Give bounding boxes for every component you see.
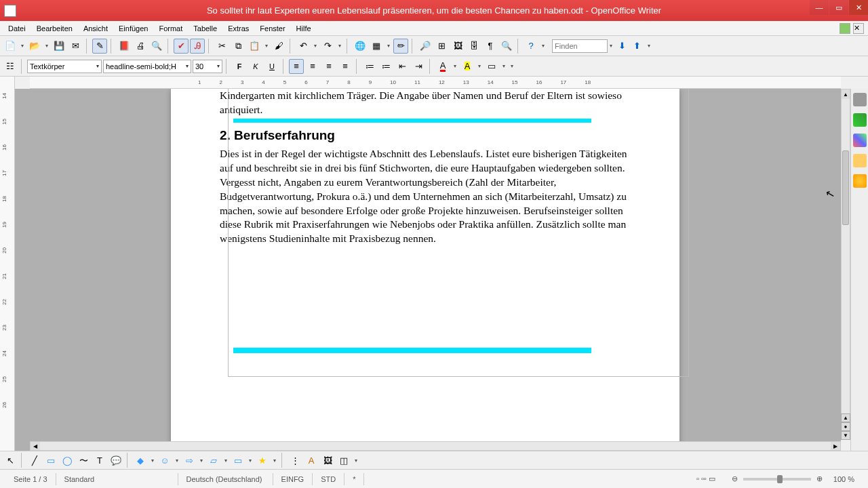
font-name-combo[interactable]: headline-semi-bold;H▾	[103, 60, 191, 73]
basic-shapes-dropdown[interactable]: ▾	[149, 453, 156, 468]
find-overflow[interactable]: ▾	[646, 39, 652, 54]
find-input[interactable]	[552, 39, 608, 53]
arrow-shapes-dropdown[interactable]: ▾	[198, 453, 205, 468]
callout-shapes-dropdown[interactable]: ▾	[247, 453, 254, 468]
select-tool[interactable]: ↖	[3, 453, 18, 468]
new-button[interactable]: 📄	[3, 39, 18, 54]
flowchart-dropdown[interactable]: ▾	[222, 453, 229, 468]
menu-datei[interactable]: Datei	[3, 23, 31, 34]
bg-color-button[interactable]: ▭	[484, 59, 499, 74]
open-button[interactable]: 📂	[27, 39, 42, 54]
paragraph-text[interactable]: Kindergarten mit kirchlichem Träger. Die…	[220, 89, 631, 117]
fontwork-tool[interactable]: A	[304, 453, 319, 468]
menu-hilfe[interactable]: Hilfe	[291, 23, 317, 34]
menu-tabelle[interactable]: Tabelle	[188, 23, 222, 34]
close-doc-icon[interactable]: ✕	[853, 23, 864, 34]
vertical-scrollbar[interactable]: ▲ ▼	[841, 89, 850, 440]
hyperlink-button[interactable]: 🌐	[353, 39, 368, 54]
status-language[interactable]: Deutsch (Deutschland)	[178, 473, 273, 485]
paragraph-style-combo[interactable]: Textkörper▾	[27, 60, 102, 73]
nav-target-button[interactable]: ●	[841, 422, 850, 431]
italic-button[interactable]: K	[248, 59, 263, 74]
export-pdf-button[interactable]: 📕	[117, 39, 132, 54]
navigator-button[interactable]: ⊞	[434, 39, 449, 54]
toolbar-overflow[interactable]: ▾	[540, 39, 547, 54]
zoom-button[interactable]: 🔍	[499, 39, 514, 54]
rectangle-tool[interactable]: ▭	[43, 453, 58, 468]
scroll-thumb[interactable]	[842, 150, 849, 225]
format-overflow[interactable]: ▾	[509, 59, 515, 74]
scroll-up-button[interactable]: ▲	[842, 89, 850, 99]
maximize-button[interactable]: ▭	[829, 0, 848, 15]
status-style[interactable]: Standard	[56, 473, 178, 485]
align-justify-button[interactable]: ≡	[338, 59, 353, 74]
callout-shapes-tool[interactable]: ▭	[231, 453, 245, 468]
star-shapes-dropdown[interactable]: ▾	[271, 453, 278, 468]
highlight-button[interactable]: A	[460, 59, 475, 74]
menu-bearbeiten[interactable]: Bearbeiten	[31, 23, 78, 34]
highlight-dropdown[interactable]: ▾	[476, 59, 483, 74]
table-dropdown[interactable]: ▾	[385, 39, 392, 54]
menu-ansicht[interactable]: Ansicht	[78, 23, 113, 34]
find-prev-button[interactable]: ⬆	[629, 39, 644, 54]
symbol-shapes-tool[interactable]: ☺	[157, 453, 172, 468]
print-button[interactable]: 🖨	[133, 39, 148, 54]
help-button[interactable]: ?	[524, 39, 538, 54]
align-right-button[interactable]: ≡	[321, 59, 336, 74]
arrow-shapes-tool[interactable]: ⇨	[182, 453, 197, 468]
show-draw-button[interactable]: ✏	[393, 39, 408, 54]
menu-extras[interactable]: Extras	[222, 23, 254, 34]
page[interactable]: Kindergarten mit kirchlichem Träger. Die…	[171, 89, 679, 451]
redo-button[interactable]: ↷	[320, 39, 335, 54]
menu-fenster[interactable]: Fenster	[254, 23, 290, 34]
align-center-button[interactable]: ≡	[305, 59, 320, 74]
bg-color-dropdown[interactable]: ▾	[500, 59, 507, 74]
menu-format[interactable]: Format	[153, 23, 188, 34]
close-button[interactable]: ✕	[849, 0, 868, 15]
vertical-ruler[interactable]: 14 15 16 17 18 19 20 21 22 23 24 25 26	[0, 77, 15, 451]
gallery-button[interactable]: 🖼	[450, 39, 465, 54]
undo-dropdown[interactable]: ▾	[312, 39, 319, 54]
sidebar-gallery-icon[interactable]	[853, 113, 867, 127]
edit-mode-button[interactable]: ✎	[92, 39, 107, 54]
menu-einfuegen[interactable]: Einfügen	[113, 23, 153, 34]
points-tool[interactable]: ⋮	[288, 453, 302, 468]
scroll-left-button[interactable]: ◀	[31, 442, 40, 450]
open-dropdown[interactable]: ▾	[43, 39, 50, 54]
paste-dropdown[interactable]: ▾	[263, 39, 270, 54]
spellcheck-button[interactable]: ✔	[174, 39, 189, 54]
numbered-list-button[interactable]: ≔	[362, 59, 377, 74]
autospell-button[interactable]: Ꭿ	[190, 39, 205, 54]
sidebar-functions-icon[interactable]	[853, 174, 867, 188]
horizontal-scrollbar[interactable]: ◀ ▶	[30, 441, 841, 451]
star-shapes-tool[interactable]: ★	[255, 453, 270, 468]
update-icon[interactable]	[840, 23, 850, 34]
minimize-button[interactable]: —	[810, 0, 829, 15]
format-paintbrush-button[interactable]: 🖌	[271, 39, 286, 54]
redo-dropdown[interactable]: ▾	[336, 39, 343, 54]
undo-button[interactable]: ↶	[296, 39, 311, 54]
paragraph-text[interactable]: Dies ist in der Regel der wichtigste Abs…	[220, 147, 631, 246]
print-preview-button[interactable]: 🔍	[149, 39, 164, 54]
paste-button[interactable]: 📋	[247, 39, 262, 54]
styles-button[interactable]: ☷	[3, 59, 18, 74]
next-page-button[interactable]: ▼	[841, 431, 850, 440]
line-tool[interactable]: ╱	[27, 453, 42, 468]
font-color-button[interactable]: A	[435, 59, 450, 74]
find-next-button[interactable]: ⬇	[614, 39, 629, 54]
basic-shapes-tool[interactable]: ◆	[133, 453, 148, 468]
scroll-right-button[interactable]: ▶	[831, 442, 840, 450]
flowchart-tool[interactable]: ▱	[206, 453, 221, 468]
find-replace-button[interactable]: 🔎	[418, 39, 433, 54]
callout-tool[interactable]: 💬	[108, 453, 123, 468]
nonprinting-button[interactable]: ¶	[483, 39, 498, 54]
freeform-tool[interactable]: 〜	[76, 453, 91, 468]
sidebar-styles-icon[interactable]	[853, 134, 867, 147]
symbol-shapes-dropdown[interactable]: ▾	[174, 453, 180, 468]
new-dropdown[interactable]: ▾	[19, 39, 26, 54]
datasources-button[interactable]: 🗄	[467, 39, 481, 54]
status-selection-mode[interactable]: STD	[313, 473, 344, 485]
zoom-slider[interactable]: ⊖⊕	[724, 473, 831, 485]
text-tool[interactable]: T	[92, 453, 107, 468]
from-file-tool[interactable]: 🖼	[320, 453, 335, 468]
